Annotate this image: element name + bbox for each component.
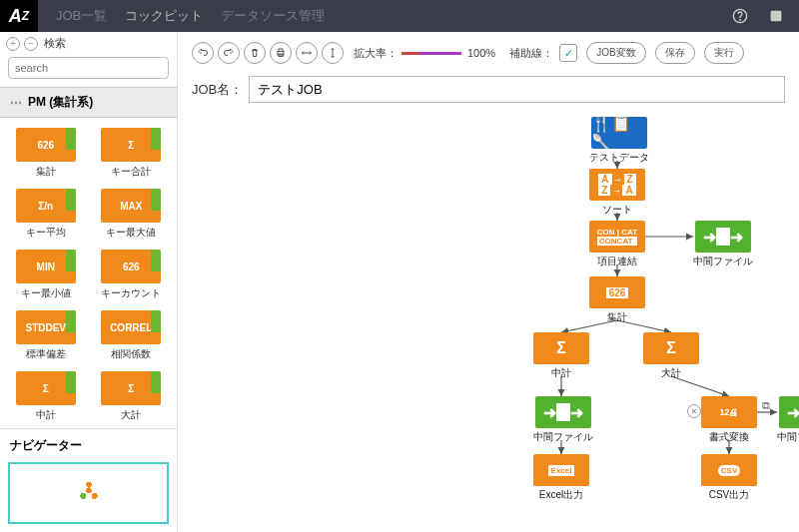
- settings-icon[interactable]: [767, 7, 785, 25]
- palette-item-2[interactable]: Σ/nキー平均: [6, 189, 86, 240]
- palette-icon-4: MIN: [16, 250, 76, 283]
- save-button[interactable]: 保存: [655, 42, 695, 64]
- node-copy-icon[interactable]: ⧉: [759, 398, 773, 412]
- zoom-percent: 100%: [467, 47, 495, 59]
- flow-node-label-aggregate: 集計: [607, 310, 627, 324]
- palette-item-1[interactable]: Σキー合計: [92, 128, 172, 179]
- palette: 626集計Σキー合計Σ/nキー平均MAXキー最大値MINキー最小値626キーカウ…: [0, 118, 177, 428]
- tab-job-list[interactable]: JOB一覧: [56, 7, 107, 25]
- delete-button[interactable]: [244, 42, 266, 64]
- tab-cockpit[interactable]: コックピット: [125, 7, 203, 25]
- flow-node-aggregate[interactable]: 626集計: [589, 276, 645, 324]
- palette-icon-1: Σ: [101, 128, 161, 162]
- palette-icon-6: STDDEV: [16, 310, 76, 344]
- navigator-title: ナビゲーター: [8, 433, 169, 458]
- flow-node-icon-excel-out: Excel: [533, 454, 589, 486]
- jobname-label: JOB名：: [192, 81, 243, 99]
- palette-icon-2: Σ/n: [16, 189, 76, 223]
- tab-datasource[interactable]: データソース管理: [221, 7, 325, 25]
- flow-node-label-excel-out: Excel出力: [539, 488, 583, 502]
- flow-node-label-test-data: テストデータ: [589, 151, 649, 165]
- flow-node-icon-sort: A→ZZ→A: [589, 169, 645, 201]
- palette-label-5: キーカウント: [101, 286, 161, 300]
- jobname-input[interactable]: [249, 76, 785, 103]
- palette-label-3: キー最大値: [106, 226, 156, 240]
- collapse-all-button[interactable]: −: [24, 37, 38, 51]
- flow-node-concat[interactable]: CON | CATCONCAT項目連結: [589, 221, 645, 268]
- palette-label-2: キー平均: [26, 226, 66, 240]
- job-vars-button[interactable]: JOB変数: [586, 42, 645, 64]
- flow-node-icon-subtotal: Σ: [533, 332, 589, 364]
- help-icon[interactable]: [731, 7, 749, 25]
- palette-item-3[interactable]: MAXキー最大値: [92, 189, 172, 240]
- palette-item-9[interactable]: Σ大計: [92, 371, 172, 422]
- palette-item-6[interactable]: STDDEV標準偏差: [6, 310, 86, 361]
- aux-line-checkbox[interactable]: ✓: [559, 44, 577, 62]
- palette-label-6: 標準偏差: [26, 347, 66, 361]
- sidebar: + − 検索 PM (集計系) 626集計Σキー合計Σ/nキー平均MAXキー最大…: [0, 32, 178, 532]
- palette-icon-8: Σ: [16, 371, 76, 405]
- flow-node-label-grandtotal: 大計: [661, 366, 681, 380]
- flow-node-format[interactable]: 12🖨書式変換: [701, 396, 757, 444]
- flow-node-label-sort: ソート: [602, 203, 632, 217]
- accordion-header-pm[interactable]: PM (集計系): [0, 87, 177, 118]
- flow-node-label-inter-3: 中間ファイル: [777, 430, 799, 444]
- node-delete-icon[interactable]: ×: [687, 404, 701, 418]
- palette-item-7[interactable]: CORREL相関係数: [92, 310, 172, 361]
- flow-node-icon-grandtotal: Σ: [643, 332, 699, 364]
- palette-label-9: 大計: [121, 408, 141, 422]
- palette-item-4[interactable]: MINキー最小値: [6, 250, 86, 300]
- navigator-thumbnail[interactable]: [8, 462, 169, 524]
- palette-icon-5: 626: [101, 250, 161, 283]
- palette-label-1: キー合計: [111, 165, 151, 179]
- flow-node-label-csv-out: CSV出力: [709, 488, 750, 502]
- flow-node-icon-inter-2: ➜➜: [535, 396, 591, 428]
- undo-button[interactable]: [192, 42, 214, 64]
- flow-node-icon-csv-out: CSV: [701, 454, 757, 486]
- flow-node-icon-test-data: 🍴📋🥄: [591, 117, 647, 149]
- redo-button[interactable]: [218, 42, 240, 64]
- flow-node-excel-out[interactable]: ExcelExcel出力: [533, 454, 589, 502]
- flow-node-icon-inter-3: ➜➜: [779, 396, 799, 428]
- jobname-row: JOB名：: [178, 70, 799, 109]
- header-right: [731, 7, 785, 25]
- flow-node-inter-2[interactable]: ➜➜中間ファイル: [533, 396, 593, 444]
- palette-icon-9: Σ: [101, 371, 161, 405]
- flow-node-inter-3[interactable]: ➜➜中間ファイル: [777, 396, 799, 444]
- palette-item-8[interactable]: Σ中計: [6, 371, 86, 422]
- palette-item-5[interactable]: 626キーカウント: [92, 250, 172, 300]
- print-button[interactable]: [270, 42, 292, 64]
- search-input[interactable]: [8, 57, 169, 79]
- flow-node-csv-out[interactable]: CSVCSV出力: [701, 454, 757, 502]
- expand-all-button[interactable]: +: [6, 37, 20, 51]
- flow-node-inter-1[interactable]: ➜➜中間ファイル: [693, 221, 753, 268]
- svg-rect-2: [771, 11, 782, 22]
- flow-node-subtotal[interactable]: Σ中計: [533, 332, 589, 380]
- palette-label-0: 集計: [36, 165, 56, 179]
- toolbar: 拡大率： 100% 補助線： ✓ JOB変数 保存 実行: [178, 32, 799, 70]
- palette-item-0[interactable]: 626集計: [6, 128, 86, 179]
- zoom-label: 拡大率：: [354, 46, 398, 61]
- search-row: + − 検索: [0, 32, 177, 55]
- flow-node-label-inter-2: 中間ファイル: [533, 430, 593, 444]
- flow-node-icon-aggregate: 626: [589, 276, 645, 308]
- svg-point-1: [740, 20, 741, 21]
- flow-node-label-concat: 項目連結: [597, 255, 637, 268]
- app-logo: AZ: [0, 0, 38, 32]
- app-header: AZ JOB一覧 コックピット データソース管理: [0, 0, 799, 32]
- palette-label-7: 相関係数: [111, 347, 151, 361]
- fit-height-button[interactable]: [322, 42, 344, 64]
- palette-label-8: 中計: [36, 408, 56, 422]
- flow-canvas[interactable]: × ⧉ 🍴📋🥄テストデータA→ZZ→AソートCON | CATCONCAT項目連…: [178, 109, 799, 529]
- flow-node-test-data[interactable]: 🍴📋🥄テストデータ: [589, 117, 649, 165]
- flow-node-sort[interactable]: A→ZZ→Aソート: [589, 169, 645, 217]
- aux-label: 補助線：: [509, 46, 553, 61]
- flow-node-icon-format: 12🖨: [701, 396, 757, 428]
- flow-node-grandtotal[interactable]: Σ大計: [643, 332, 699, 380]
- palette-label-4: キー最小値: [21, 286, 71, 300]
- run-button[interactable]: 実行: [704, 42, 744, 64]
- palette-icon-7: CORREL: [101, 310, 161, 344]
- zoom-slider[interactable]: [401, 52, 461, 55]
- fit-width-button[interactable]: [296, 42, 318, 64]
- palette-icon-3: MAX: [101, 189, 161, 223]
